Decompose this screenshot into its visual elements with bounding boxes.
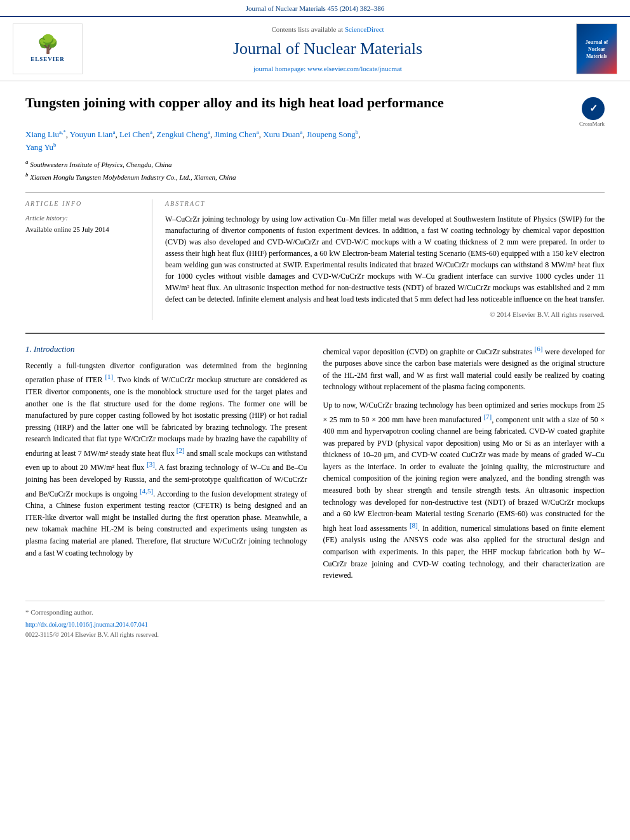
sciencedirect-link[interactable]: ScienceDirect (345, 25, 384, 33)
elsevier-logo-box: 🌳 ELSEVIER (13, 23, 83, 74)
footer-issn: 0022-3115/© 2014 Elsevier B.V. All right… (25, 630, 605, 639)
author-xuru-duan[interactable]: Xuru Duan (263, 130, 300, 139)
footnote-corresponding: * Corresponding author. (25, 608, 605, 617)
journal-homepage: journal homepage: www.elsevier.com/locat… (89, 64, 566, 74)
author-zengkui-cheng[interactable]: Zengkui Cheng (157, 130, 208, 139)
author-jiming-chen[interactable]: Jiming Chen (215, 130, 257, 139)
affiliations: a Southwestern Institute of Physics, Che… (25, 157, 605, 183)
footer-doi[interactable]: http://dx.doi.org/10.1016/j.jnucmat.2014… (25, 620, 605, 629)
ref-2[interactable]: [2] (177, 446, 185, 454)
ref-3[interactable]: [3] (147, 460, 155, 468)
ref-1[interactable]: [1] (105, 373, 113, 380)
journal-small-logo: Journal of Nuclear Materials (576, 23, 617, 74)
ref-8[interactable]: [8] (410, 521, 418, 529)
ref-7[interactable]: [7] (483, 413, 492, 420)
author-xiang-liu[interactable]: Xiang Liu (25, 130, 59, 139)
abstract-col: ABSTRACT W–CuCrZr joining technology by … (165, 199, 605, 319)
title-row: Tungsten joining with copper alloy and i… (25, 94, 605, 128)
divider-1 (25, 192, 605, 193)
article-info-col: ARTICLE INFO Article history: Available … (25, 199, 152, 319)
crossmark-label: CrossMark (575, 120, 605, 128)
crossmark-wrapper: ✓ CrossMark (575, 97, 605, 128)
body-text-right-2: Up to now, W/CuCrZr brazing technology h… (323, 399, 605, 582)
body-text-left: Recently a full-tungsten divertor config… (25, 360, 307, 559)
article-history-label: Article history: (25, 213, 139, 223)
body-text-right-1: chemical vapor deposition (CVD) on graph… (323, 343, 605, 393)
affiliation-b: b Xiamen Honglu Tungsten Molybdenum Indu… (25, 170, 605, 183)
article-title: Tungsten joining with copper alloy and i… (25, 94, 444, 112)
homepage-url[interactable]: www.elsevier.com/locate/jnucmat (307, 65, 402, 72)
author-yang-yu[interactable]: Yang Yu (25, 142, 53, 152)
article-available-date: Available online 25 July 2014 (25, 225, 139, 234)
article-info-heading: ARTICLE INFO (25, 199, 139, 208)
author-youyun-lian[interactable]: Youyun Lian (70, 130, 113, 139)
body-two-col: 1. Introduction Recently a full-tungsten… (25, 343, 605, 588)
abstract-text: W–CuCrZr joining technology by using low… (165, 213, 605, 305)
crossmark-icon: ✓ (582, 97, 605, 120)
affiliation-a: a Southwestern Institute of Physics, Che… (25, 157, 605, 170)
article-info-abstract-row: ARTICLE INFO Article history: Available … (25, 199, 605, 319)
authors-line: Xiang Liua,*, Youyun Liana, Lei Chena, Z… (25, 128, 605, 154)
header-center: Contents lists available at ScienceDirec… (89, 25, 566, 74)
ref-6[interactable]: [6] (535, 345, 543, 352)
section1-heading: 1. Introduction (25, 343, 307, 355)
body-divider (25, 333, 605, 334)
journal-logo-area: Journal of Nuclear Materials (566, 23, 617, 74)
main-content: Tungsten joining with copper alloy and i… (0, 81, 630, 652)
abstract-heading: ABSTRACT (165, 199, 605, 208)
footer-area: * Corresponding author. http://dx.doi.or… (25, 601, 605, 639)
header-area: 🌳 ELSEVIER Contents lists available at S… (0, 17, 630, 81)
journal-top-bar: Journal of Nuclear Materials 455 (2014) … (0, 0, 630, 17)
elsevier-tree-icon: 🌳 (37, 36, 59, 53)
elsevier-brand-text: ELSEVIER (30, 55, 65, 63)
elsevier-logo-area: 🌳 ELSEVIER (13, 23, 89, 74)
author-lei-chen[interactable]: Lei Chen (119, 130, 150, 139)
journal-title: Journal of Nuclear Materials (89, 37, 566, 60)
ref-45[interactable]: [4,5] (140, 487, 153, 495)
journal-citation: Journal of Nuclear Materials 455 (2014) … (246, 4, 385, 12)
copyright-line: © 2014 Elsevier B.V. All rights reserved… (165, 310, 605, 319)
author-jioupeng-song[interactable]: Jioupeng Song (307, 130, 356, 139)
body-col-left: 1. Introduction Recently a full-tungsten… (25, 343, 307, 588)
sciencedirect-line: Contents lists available at ScienceDirec… (89, 25, 566, 34)
body-col-right: chemical vapor deposition (CVD) on graph… (323, 343, 605, 588)
